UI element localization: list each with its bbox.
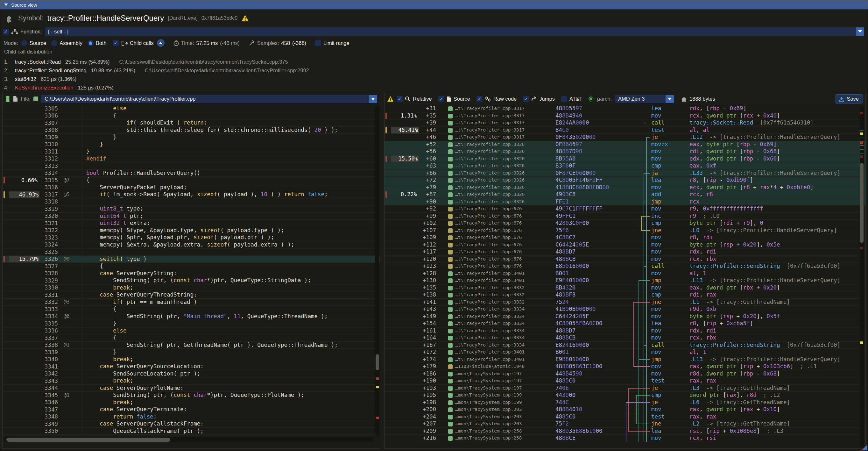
radio-icon[interactable]: [21, 40, 27, 46]
asm-row[interactable]: +31…t\TracyProfiler.cpp:3317488D5597lear…: [384, 105, 865, 113]
source-line[interactable]: 3320 uint64_t ptr;: [3, 213, 380, 220]
source-line[interactable]: 3324 memcpy( &extra, &payload.extra, siz…: [3, 241, 380, 249]
source-line[interactable]: 3330 break;: [3, 284, 380, 292]
source-line[interactable]: 3337 {: [3, 334, 380, 342]
asm-row[interactable]: +56…t\TracyProfiler.cpp:3326488B7D98movr…: [384, 148, 865, 155]
asm-row[interactable]: +109…t\TracyProfiler.hpp:6764C8BC7movr8,…: [384, 234, 865, 241]
asm-row[interactable]: +164…t\TracyProfiler.cpp:3334488BCBmovrc…: [384, 334, 865, 342]
asm-row[interactable]: +172…t\TracyProfiler.cpp:3401B001moval, …: [384, 349, 865, 356]
source-line[interactable]: 3307 if( shouldExit ) return;: [3, 119, 380, 127]
asm-row[interactable]: +216…mon\TracySystem.cpp:258488BCEmovrcx…: [384, 435, 865, 442]
source-line[interactable]: 3321 uint32_t extra;: [3, 220, 380, 227]
source-line[interactable]: 3344 case ServerQueryPlotName:: [3, 385, 380, 392]
toggle-jumps[interactable]: ✓Jumps: [523, 96, 555, 102]
collapse-up-button[interactable]: [157, 39, 164, 47]
mode-radio-source[interactable]: Source: [21, 40, 46, 46]
asm-row[interactable]: 0.22%+87…t\TracyProfiler.cpp:33264903C8a…: [384, 191, 865, 199]
source-line[interactable]: 3310 }: [3, 141, 380, 148]
asm-row[interactable]: +193…mon\TracySystem.cpp:197740Eje.L3 ->…: [384, 385, 865, 392]
source-line[interactable]: 3306 {: [3, 113, 380, 120]
source-line[interactable]: 3319 uint8_t type;: [3, 205, 380, 213]
source-line[interactable]: 3308 std::this_thread::sleep_for( std::c…: [3, 127, 380, 134]
file-combo[interactable]: C:\Users\wolf\Desktop\darkrl\contrib\tra…: [41, 95, 377, 103]
child-call-item[interactable]: 2.tracy::Profiler::SendLongString19.88 m…: [4, 66, 865, 75]
source-line[interactable]: 3343 break;: [3, 378, 380, 385]
radio-icon[interactable]: [51, 40, 57, 46]
checkbox-icon[interactable]: ✓: [523, 96, 529, 102]
asm-row[interactable]: +149…t\TracyProfiler.cpp:3334C64424205Fm…: [384, 313, 865, 321]
asm-row[interactable]: +99…t\TracyProfiler.hpp:67649FFC1incr9 ;…: [384, 213, 865, 220]
mode-radio-assembly[interactable]: Assembly: [51, 40, 83, 46]
warning-icon[interactable]: [387, 96, 394, 102]
toggle-at-t[interactable]: AT&T: [561, 96, 583, 102]
asm-row[interactable]: +39…t\TracyProfiler.cpp:3317E824AA0000←c…: [384, 119, 865, 127]
asm-row[interactable]: +123…t\TracyProfiler.hpp:676E850160000←c…: [384, 263, 865, 270]
checkbox-icon[interactable]: ✓: [438, 96, 444, 102]
source-line[interactable]: 3329 SendString( ptr, (const char*)ptr, …: [3, 277, 380, 284]
asm-row[interactable]: +143…t\TracyProfiler.cpp:333441B90B00000…: [384, 306, 865, 313]
asm-row[interactable]: +190…mon\TracySystem.cpp:1974885C0testra…: [384, 378, 865, 385]
child-call-item[interactable]: 4.KeSynchronizeExecution125 µs (0.27%): [4, 84, 865, 92]
asm-row[interactable]: +174…t\TracyProfiler.cpp:3401E9B8010000j…: [384, 356, 865, 363]
source-line[interactable]: 3316 ServerQueryPacket payload;: [3, 184, 380, 191]
checkbox-icon[interactable]: ✓: [476, 96, 483, 102]
asm-row[interactable]: +204…mon\TracySystem.cpp:2034885C0testra…: [384, 413, 865, 421]
source-line[interactable]: 3348 return false;: [3, 413, 380, 421]
source-line[interactable]: 3332@3 if( ptr == m_mainThread ): [3, 299, 380, 306]
source-line[interactable]: 3312#endif: [3, 155, 380, 163]
child-calls-checkbox[interactable]: ✓: [113, 40, 119, 46]
asm-row[interactable]: 15.50%+60…t\TracyProfiler.cpp:33268B55A0…: [384, 155, 865, 163]
asm-row[interactable]: +167…t\TracyProfiler.cpp:3334E824160000←…: [384, 342, 865, 349]
chevron-down-icon[interactable]: [369, 95, 377, 103]
child-call-item[interactable]: 1.tracy::Socket::Read25.25 ms (54.89%)C:…: [4, 58, 865, 66]
limit-range-toggle[interactable]: Limit range: [315, 40, 349, 46]
source-vertical-scrollbar[interactable]: [375, 106, 379, 436]
limit-range-checkbox[interactable]: [315, 40, 321, 46]
asm-row[interactable]: 1.31%+35…t\TracyProfiler.cpp:3317488B494…: [384, 113, 865, 120]
source-line[interactable]: 3346 break;: [3, 399, 380, 407]
source-line[interactable]: 3318: [3, 199, 380, 206]
asm-row[interactable]: +72…t\TracyProfiler.cpp:33264C8D05F146F2…: [384, 177, 865, 184]
function-checkbox[interactable]: ✓: [3, 29, 9, 35]
asm-row[interactable]: +90…t\TracyProfiler.cpp:3326FFE1←jmprcx: [384, 199, 865, 206]
asm-row[interactable]: +141…t\TracyProfiler.cpp:33327524jne.L1 …: [384, 299, 865, 306]
asm-row[interactable]: +92…t\TracyProfiler.hpp:67649C7C1FFFFFFF…: [384, 205, 865, 213]
asm-row[interactable]: +117…t\TracyProfiler.hpp:676488BD7movrdx…: [384, 248, 865, 256]
child-calls-toggle[interactable]: ✓ Child calls: [113, 40, 154, 46]
assembly-vertical-scrollbar[interactable]: [860, 106, 864, 447]
source-line[interactable]: 3345@1 SendString( ptr, (const char*)ptr…: [3, 392, 380, 399]
source-line[interactable]: 3350 QueueCallstackFrame( ptr );: [3, 428, 380, 435]
asm-row[interactable]: +120…t\TracyProfiler.hpp:676488BCBmovrcx…: [384, 256, 865, 263]
asm-row[interactable]: +186…mon\TracySystem.cpp:197448B4598movr…: [384, 370, 865, 378]
asm-row[interactable]: +135…t\TracyProfiler.cpp:33328B4320movea…: [384, 284, 865, 292]
asm-row[interactable]: +102…t\TracyProfiler.hpp:67642803C0F00cm…: [384, 220, 865, 227]
source-line[interactable]: 0.66%3315@7{: [3, 177, 380, 184]
source-line[interactable]: 3314bool Profiler::HandleServerQuery(): [3, 170, 380, 177]
asm-row[interactable]: +79…t\TracyProfiler.cpp:3326418B8C80E0BF…: [384, 184, 865, 191]
checkbox-icon[interactable]: ✓: [397, 96, 403, 102]
source-line[interactable]: 3311}: [3, 148, 380, 155]
function-combo[interactable]: [ - self - ]: [44, 27, 865, 36]
resize-grip[interactable]: [862, 445, 867, 450]
asm-row[interactable]: +195…mon\TracySystem.cpp:199443900cmpdwo…: [384, 392, 865, 399]
source-line[interactable]: 3335 }: [3, 320, 380, 327]
asm-row[interactable]: +179…1103\include\atomic:1048488B05B63C1…: [384, 363, 865, 370]
mode-radio-both[interactable]: Both: [88, 40, 106, 46]
source-line[interactable]: 3338@1 SendString( ptr, GetThreadName( p…: [3, 342, 380, 349]
source-line[interactable]: 3328 case ServerQueryString:: [3, 270, 380, 277]
asm-row[interactable]: +112…t\TracyProfiler.hpp:676C64424205Emo…: [384, 241, 865, 249]
toggle-raw-code[interactable]: ✓Raw code: [476, 96, 517, 102]
asm-row[interactable]: +63…t\TracyProfiler.cpp:332683F80Fcmpeax…: [384, 162, 865, 170]
source-line[interactable]: 3325: [3, 248, 380, 256]
toggle-source[interactable]: ✓Source: [438, 96, 470, 102]
asm-row[interactable]: +66…t\TracyProfiler.cpp:33260F87CE060000…: [384, 170, 865, 177]
asm-row[interactable]: 45.41%+44…t\TracyProfiler.cpp:331784C0te…: [384, 127, 865, 134]
source-line[interactable]: 3322 memcpy( &type, &payload.type, sizeo…: [3, 227, 380, 234]
save-button[interactable]: Save: [835, 94, 863, 103]
source-line[interactable]: 3340 break;: [3, 356, 380, 363]
window-titlebar[interactable]: Source view: [0, 0, 868, 9]
asm-row[interactable]: +52…t\TracyProfiler.cpp:33260FB64597movz…: [384, 141, 865, 148]
asm-row[interactable]: +200…mon\TracySystem.cpp:203488B4010movr…: [384, 406, 865, 413]
asm-row[interactable]: +207…mon\TracySystem.cpp:20375F2jne.L2 -…: [384, 420, 865, 428]
asm-row[interactable]: +154…t\TracyProfiler.cpp:33344C8D055FBA0…: [384, 320, 865, 327]
